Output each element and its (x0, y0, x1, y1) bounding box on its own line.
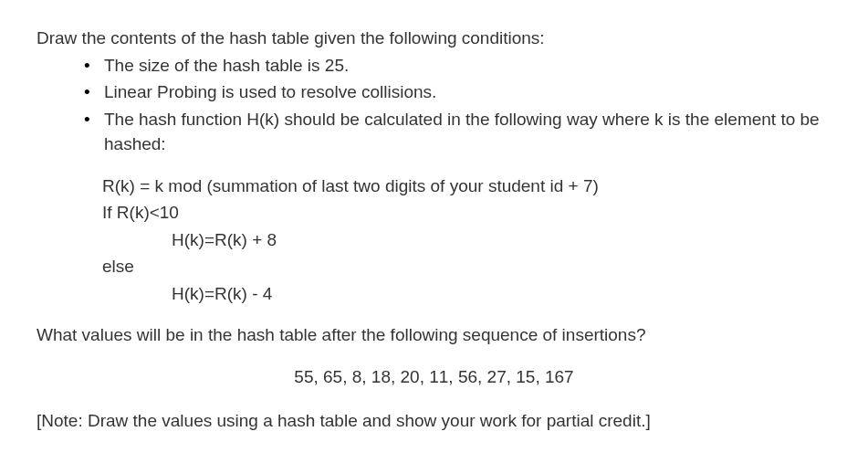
formula-else: else (102, 254, 831, 279)
note-text: [Note: Draw the values using a hash tabl… (37, 408, 831, 434)
list-item: The size of the hash table is 25. (84, 53, 831, 79)
formula-if: If R(k)<10 (102, 200, 831, 226)
formula-block: R(k) = k mod (summation of last two digi… (37, 174, 831, 307)
list-item: The hash function H(k) should be calcula… (84, 107, 831, 157)
bullet-list: The size of the hash table is 25. Linear… (37, 53, 831, 157)
formula-rk: R(k) = k mod (summation of last two digi… (102, 174, 831, 199)
formula-hk-plus: H(k)=R(k) + 8 (102, 227, 831, 253)
formula-hk-minus: H(k)=R(k) - 4 (102, 281, 831, 307)
list-item: Linear Probing is used to resolve collis… (84, 79, 831, 105)
intro-text: Draw the contents of the hash table give… (37, 26, 831, 51)
question-text: What values will be in the hash table af… (37, 322, 831, 348)
insertion-sequence: 55, 65, 8, 18, 20, 11, 56, 27, 15, 167 (37, 364, 831, 390)
